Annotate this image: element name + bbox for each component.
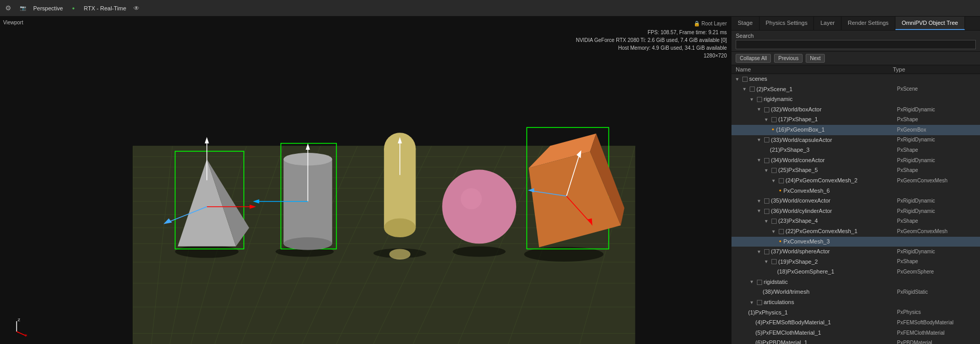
node-type: PxFEMClothMaterial xyxy=(897,329,980,337)
tree-row[interactable]: ▼(22)PxGeomConvexMesh_1PxGeomConvexMesh xyxy=(731,226,980,237)
tree-content[interactable]: ▼scenes▼(2)PxScene_1PxScene▼rigidynamic▼… xyxy=(731,74,980,344)
expand-icon[interactable]: ▼ xyxy=(763,116,770,123)
tree-row[interactable]: ▼(34)/World/coneActorPxRigidDynamic xyxy=(731,155,980,166)
node-box-icon xyxy=(779,178,784,183)
node-label: (23)PxShape_4 xyxy=(778,217,818,226)
tree-row[interactable]: ▼(36)/World/cylinderActorPxRigidDynamic xyxy=(731,206,980,217)
tree-row[interactable]: ▼rigidynamic xyxy=(731,94,980,105)
viewport[interactable]: Viewport 🔒 Root Layer FPS: 108.57, Frame… xyxy=(0,17,731,344)
mem-info: Host Memory: 4.9 GiB used, 34.1 GiB avai… xyxy=(576,44,727,52)
node-label: (37)/World/sphereActor xyxy=(771,247,830,256)
expand-icon[interactable]: ▼ xyxy=(770,177,777,184)
tree-row[interactable]: ▼(35)/World/convexActorPxRigidDynamic xyxy=(731,196,980,206)
tree-row[interactable]: ▼rigidstatic xyxy=(731,277,980,288)
expand-icon[interactable]: ● xyxy=(777,238,783,245)
tree-row[interactable]: ▼scenes xyxy=(731,74,980,84)
tree-header: Name Type xyxy=(731,65,980,74)
previous-button[interactable]: Previous xyxy=(774,54,803,63)
node-box-icon xyxy=(771,168,777,173)
tree-row[interactable]: ▼(17)PxShape_1PxShape xyxy=(731,114,980,125)
expand-icon[interactable]: ▼ xyxy=(755,207,763,214)
node-box-icon xyxy=(757,280,762,285)
expand-icon[interactable]: ▼ xyxy=(763,258,770,265)
tree-row[interactable]: ●PxConvexMesh_3 xyxy=(731,237,980,247)
tree-row[interactable]: (1)PxPhysics_1PxPhysics xyxy=(731,308,980,318)
node-type: PxRigidDynamic xyxy=(897,156,980,165)
res-info: 1280×720 xyxy=(576,52,727,60)
tree-row[interactable]: ●(16)PxGeomBox_1PxGeomBox xyxy=(731,125,980,135)
tree-row[interactable]: (18)PxGeomSphere_1PxGeomSphere xyxy=(731,267,980,277)
expand-icon[interactable]: ▼ xyxy=(734,76,741,83)
expand-icon[interactable]: ▼ xyxy=(755,106,763,113)
node-label: rigidynamic xyxy=(764,95,793,104)
node-type: PxRigidDynamic xyxy=(897,106,980,114)
next-button[interactable]: Next xyxy=(806,54,825,63)
tree-row[interactable]: ▼(32)/World/boxActorPxRigidDynamic xyxy=(731,105,980,115)
node-type: PxFEMSoftBodyMaterial xyxy=(897,319,980,327)
tab-physics-settings[interactable]: Physics Settings xyxy=(760,17,815,30)
tree-row[interactable]: ●PxConvexMesh_6 xyxy=(731,186,980,196)
tree-row[interactable]: (4)PxFEMSoftBodyMaterial_1PxFEMSoftBodyM… xyxy=(731,318,980,328)
node-label: rigidstatic xyxy=(764,278,788,287)
tab-render-settings[interactable]: Render Settings xyxy=(841,17,895,30)
expand-icon[interactable]: ▼ xyxy=(748,96,755,103)
node-type: PxPhysics xyxy=(897,308,980,317)
tree-row[interactable]: (21)PxShape_3PxShape xyxy=(731,145,980,155)
collapse-all-button[interactable]: Collapse All xyxy=(736,54,771,63)
node-type: PxRigidDynamic xyxy=(897,136,980,144)
node-type: PxGeomBox xyxy=(897,126,980,134)
node-label: (38)/World/trimesh xyxy=(763,288,809,297)
tree-row[interactable]: ▼(2)PxScene_1PxScene xyxy=(731,84,980,95)
svg-text:Z: Z xyxy=(18,318,20,322)
eye-icon[interactable]: 👁 xyxy=(132,4,141,12)
tree-row[interactable]: ▼(25)PxShape_5PxShape xyxy=(731,165,980,176)
tab-omnipvd[interactable]: OmniPVD Object Tree xyxy=(895,17,965,30)
node-type: PxShape xyxy=(897,116,980,124)
node-type: PxRigidDynamic xyxy=(897,248,980,256)
node-box-icon xyxy=(779,229,784,234)
node-box-icon xyxy=(771,117,777,122)
action-row: Collapse All Previous Next xyxy=(731,52,980,65)
tab-layer[interactable]: Layer xyxy=(814,17,841,30)
expand-icon[interactable]: ▼ xyxy=(748,278,755,285)
tree-row[interactable]: ▼(19)PxShape_2PxShape xyxy=(731,257,980,267)
tree-row[interactable]: ▼(33)/World/capsuleActorPxRigidDynamic xyxy=(731,135,980,146)
tree-row[interactable]: ▼(23)PxShape_4PxShape xyxy=(731,216,980,226)
search-input[interactable] xyxy=(736,40,976,49)
svg-point-43 xyxy=(284,237,333,250)
tree-row[interactable]: (6)PxPBDMaterial_1PxPBDMaterial xyxy=(731,338,980,344)
node-label: (18)PxGeomSphere_1 xyxy=(777,267,834,277)
settings-icon[interactable]: ⚙ xyxy=(4,4,12,12)
tree-row[interactable]: ▼articulations xyxy=(731,297,980,308)
node-box-icon xyxy=(750,87,755,92)
expand-icon[interactable]: ▼ xyxy=(755,248,763,255)
node-type: PxGeomConvexMesh xyxy=(897,177,980,185)
expand-icon[interactable]: ● xyxy=(777,188,783,194)
expand-icon[interactable]: ▼ xyxy=(763,218,770,225)
search-section: Search xyxy=(731,31,980,52)
node-type: PxScene xyxy=(897,85,980,93)
root-layer-label: 🔒 Root Layer xyxy=(576,20,727,27)
expand-icon[interactable]: ● xyxy=(770,126,776,133)
node-label: (21)PxShape_3 xyxy=(770,146,809,155)
tree-row[interactable]: ▼(37)/World/sphereActorPxRigidDynamic xyxy=(731,247,980,257)
expand-icon[interactable]: ▼ xyxy=(755,156,763,164)
expand-icon[interactable]: ▼ xyxy=(755,136,763,144)
expand-icon[interactable]: ▼ xyxy=(748,299,755,306)
expand-icon[interactable]: ▼ xyxy=(755,197,763,205)
tab-stage[interactable]: Stage xyxy=(731,17,760,30)
node-type: PxPBDMaterial xyxy=(897,339,980,344)
rtx-label: RTX - Real-Time xyxy=(84,5,126,11)
node-label: (35)/World/convexActor xyxy=(771,196,831,206)
node-label: PxConvexMesh_6 xyxy=(783,187,830,196)
expand-icon[interactable]: ▼ xyxy=(763,167,770,174)
tree-row[interactable]: (5)PxFEMClothMaterial_1PxFEMClothMateria… xyxy=(731,328,980,338)
node-type: PxRigidDynamic xyxy=(897,207,980,216)
node-type: PxShape xyxy=(897,257,980,266)
tree-row[interactable]: (38)/World/trimeshPxRigidStatic xyxy=(731,287,980,297)
tree-row[interactable]: ▼(24)PxGeomConvexMesh_2PxGeomConvexMesh xyxy=(731,176,980,186)
name-col-header: Name xyxy=(736,66,893,73)
svg-point-51 xyxy=(384,218,416,237)
expand-icon[interactable]: ▼ xyxy=(741,85,748,93)
expand-icon[interactable]: ▼ xyxy=(770,228,777,235)
